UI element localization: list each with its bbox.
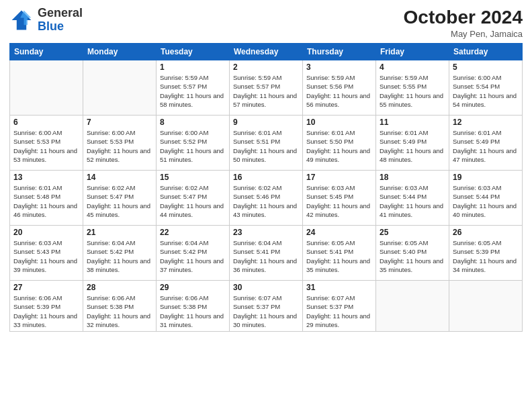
table-row: 19Sunrise: 6:03 AMSunset: 5:44 PMDayligh… (449, 171, 523, 226)
day-info: Sunrise: 6:00 AMSunset: 5:52 PMDaylight:… (160, 128, 226, 164)
table-row: 27Sunrise: 6:06 AMSunset: 5:39 PMDayligh… (10, 281, 83, 332)
day-number: 4 (380, 62, 445, 72)
table-row: 2Sunrise: 5:59 AMSunset: 5:57 PMDaylight… (230, 60, 303, 116)
table-row: 7Sunrise: 6:00 AMSunset: 5:53 PMDaylight… (83, 116, 157, 171)
day-number: 15 (160, 173, 226, 182)
table-row: 9Sunrise: 6:01 AMSunset: 5:51 PMDaylight… (230, 116, 303, 171)
header-sunday: Sunday (10, 44, 83, 60)
table-row: 30Sunrise: 6:07 AMSunset: 5:37 PMDayligh… (230, 281, 303, 332)
day-number: 25 (380, 228, 445, 237)
day-info: Sunrise: 6:03 AMSunset: 5:44 PMDaylight:… (453, 183, 519, 219)
weekday-row: Sunday Monday Tuesday Wednesday Thursday… (10, 44, 523, 60)
day-number: 8 (160, 118, 226, 127)
logo-icon (9, 8, 34, 32)
day-info: Sunrise: 6:04 AMSunset: 5:42 PMDaylight:… (160, 238, 226, 274)
day-info: Sunrise: 6:03 AMSunset: 5:45 PMDaylight:… (306, 183, 372, 219)
calendar-body: 1Sunrise: 5:59 AMSunset: 5:57 PMDaylight… (10, 60, 523, 332)
day-number: 21 (87, 228, 152, 237)
day-info: Sunrise: 5:59 AMSunset: 5:57 PMDaylight:… (160, 73, 226, 109)
table-row: 17Sunrise: 6:03 AMSunset: 5:45 PMDayligh… (303, 171, 376, 226)
header-wednesday: Wednesday (230, 44, 303, 60)
header-thursday: Thursday (303, 44, 376, 60)
logo-text: General Blue (38, 7, 83, 34)
day-number: 23 (233, 228, 299, 237)
table-row: 18Sunrise: 6:03 AMSunset: 5:44 PMDayligh… (376, 171, 449, 226)
header-saturday: Saturday (449, 44, 523, 60)
day-number: 14 (87, 173, 152, 182)
logo-blue: Blue (38, 19, 64, 33)
header-tuesday: Tuesday (157, 44, 230, 60)
day-info: Sunrise: 6:01 AMSunset: 5:49 PMDaylight:… (380, 128, 445, 164)
table-row: 5Sunrise: 6:00 AMSunset: 5:54 PMDaylight… (449, 60, 523, 116)
day-info: Sunrise: 6:05 AMSunset: 5:39 PMDaylight:… (453, 238, 519, 274)
svg-marker-0 (12, 10, 32, 30)
table-row: 8Sunrise: 6:00 AMSunset: 5:52 PMDaylight… (157, 116, 230, 171)
day-number: 9 (233, 118, 299, 127)
location: May Pen, Jamaica (404, 29, 523, 39)
day-info: Sunrise: 6:02 AMSunset: 5:47 PMDaylight:… (160, 183, 226, 219)
table-row: 29Sunrise: 6:06 AMSunset: 5:38 PMDayligh… (157, 281, 230, 332)
day-info: Sunrise: 6:06 AMSunset: 5:38 PMDaylight:… (160, 293, 226, 329)
day-number: 29 (160, 283, 226, 292)
day-number: 2 (233, 62, 299, 72)
calendar-table: Sunday Monday Tuesday Wednesday Thursday… (9, 43, 523, 332)
day-info: Sunrise: 6:02 AMSunset: 5:46 PMDaylight:… (233, 183, 299, 219)
header-friday: Friday (376, 44, 449, 60)
day-number: 17 (306, 173, 372, 182)
day-info: Sunrise: 5:59 AMSunset: 5:56 PMDaylight:… (306, 73, 372, 109)
table-row (449, 281, 523, 332)
day-info: Sunrise: 6:00 AMSunset: 5:54 PMDaylight:… (453, 73, 519, 109)
header-monday: Monday (83, 44, 157, 60)
day-info: Sunrise: 6:01 AMSunset: 5:49 PMDaylight:… (453, 128, 519, 164)
day-number: 26 (453, 228, 519, 237)
day-info: Sunrise: 5:59 AMSunset: 5:55 PMDaylight:… (380, 73, 445, 109)
table-row: 16Sunrise: 6:02 AMSunset: 5:46 PMDayligh… (230, 171, 303, 226)
day-number: 16 (233, 173, 299, 182)
table-row: 21Sunrise: 6:04 AMSunset: 5:42 PMDayligh… (83, 226, 157, 281)
calendar-page: General Blue October 2024 May Pen, Jamai… (0, 0, 532, 411)
day-info: Sunrise: 6:03 AMSunset: 5:44 PMDaylight:… (380, 183, 445, 219)
day-info: Sunrise: 6:07 AMSunset: 5:37 PMDaylight:… (233, 293, 299, 329)
day-number: 27 (13, 283, 79, 292)
day-info: Sunrise: 6:07 AMSunset: 5:37 PMDaylight:… (306, 293, 372, 329)
day-number: 18 (380, 173, 445, 182)
table-row: 4Sunrise: 5:59 AMSunset: 5:55 PMDaylight… (376, 60, 449, 116)
table-row: 10Sunrise: 6:01 AMSunset: 5:50 PMDayligh… (303, 116, 376, 171)
title-block: October 2024 May Pen, Jamaica (404, 7, 523, 39)
day-number: 13 (13, 173, 79, 182)
logo: General Blue (9, 7, 83, 34)
day-number: 5 (453, 62, 519, 72)
day-number: 19 (453, 173, 519, 182)
day-number: 1 (160, 62, 226, 72)
day-number: 30 (233, 283, 299, 292)
day-number: 11 (380, 118, 445, 127)
table-row: 20Sunrise: 6:03 AMSunset: 5:43 PMDayligh… (10, 226, 83, 281)
table-row (83, 60, 157, 116)
day-info: Sunrise: 6:01 AMSunset: 5:51 PMDaylight:… (233, 128, 299, 164)
table-row: 28Sunrise: 6:06 AMSunset: 5:38 PMDayligh… (83, 281, 157, 332)
table-row: 11Sunrise: 6:01 AMSunset: 5:49 PMDayligh… (376, 116, 449, 171)
day-info: Sunrise: 6:00 AMSunset: 5:53 PMDaylight:… (13, 128, 79, 164)
day-info: Sunrise: 6:00 AMSunset: 5:53 PMDaylight:… (87, 128, 152, 164)
day-info: Sunrise: 6:03 AMSunset: 5:43 PMDaylight:… (13, 238, 79, 274)
day-number: 3 (306, 62, 372, 72)
table-row: 24Sunrise: 6:05 AMSunset: 5:41 PMDayligh… (303, 226, 376, 281)
day-number: 31 (306, 283, 372, 292)
day-number: 28 (87, 283, 152, 292)
table-row (376, 281, 449, 332)
day-info: Sunrise: 6:04 AMSunset: 5:41 PMDaylight:… (233, 238, 299, 274)
table-row: 13Sunrise: 6:01 AMSunset: 5:48 PMDayligh… (10, 171, 83, 226)
day-info: Sunrise: 6:01 AMSunset: 5:48 PMDaylight:… (13, 183, 79, 219)
day-number: 12 (453, 118, 519, 127)
day-info: Sunrise: 6:01 AMSunset: 5:50 PMDaylight:… (306, 128, 372, 164)
table-row: 3Sunrise: 5:59 AMSunset: 5:56 PMDaylight… (303, 60, 376, 116)
table-row: 22Sunrise: 6:04 AMSunset: 5:42 PMDayligh… (157, 226, 230, 281)
table-row: 26Sunrise: 6:05 AMSunset: 5:39 PMDayligh… (449, 226, 523, 281)
day-number: 20 (13, 228, 79, 237)
day-info: Sunrise: 6:06 AMSunset: 5:39 PMDaylight:… (13, 293, 79, 329)
table-row: 15Sunrise: 6:02 AMSunset: 5:47 PMDayligh… (157, 171, 230, 226)
table-row (10, 60, 83, 116)
day-info: Sunrise: 6:05 AMSunset: 5:41 PMDaylight:… (306, 238, 372, 274)
table-row: 12Sunrise: 6:01 AMSunset: 5:49 PMDayligh… (449, 116, 523, 171)
day-info: Sunrise: 6:02 AMSunset: 5:47 PMDaylight:… (87, 183, 152, 219)
